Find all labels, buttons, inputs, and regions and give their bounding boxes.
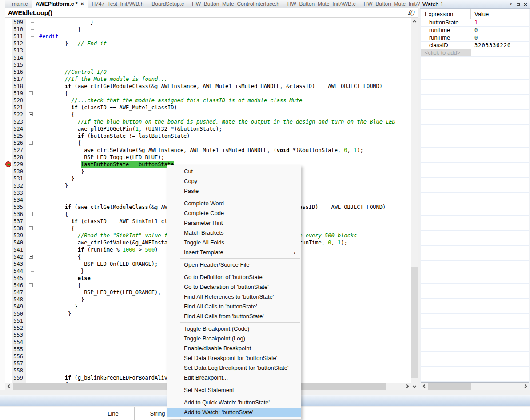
fold-margin[interactable] (26, 246, 36, 253)
breakpoint-margin[interactable] (5, 360, 12, 367)
breakpoint-margin[interactable] (5, 303, 12, 310)
menu-item-find-all-references-to-buttonstate[interactable]: Find All References to 'buttonState' (167, 292, 301, 302)
fold-margin[interactable] (26, 253, 36, 260)
breakpoint-margin[interactable] (5, 268, 12, 275)
tab-h747-test-initawb-h[interactable]: H747_Test_InitAWB.h (88, 0, 147, 8)
fold-collapse-icon[interactable] (29, 283, 33, 287)
fold-margin[interactable] (26, 353, 36, 360)
watch-value[interactable] (471, 49, 529, 56)
breakpoint-margin[interactable] (5, 118, 12, 125)
watch-value[interactable]: 0 (471, 34, 529, 41)
fold-margin[interactable] (26, 196, 36, 204)
fold-margin[interactable] (26, 111, 36, 118)
code-line[interactable]: 527 awe_ctrlSetValue(&g_AWEInstance, AWE… (5, 147, 411, 154)
watch-row[interactable]: buttonState1 (421, 19, 529, 27)
fold-margin[interactable] (26, 47, 36, 54)
breakpoint-margin[interactable] (5, 339, 12, 346)
tab-boardsetup-c[interactable]: BoardSetup.c (147, 0, 188, 8)
breakpoint-margin[interactable] (5, 189, 12, 196)
fold-margin[interactable] (26, 260, 36, 268)
breakpoint-margin[interactable] (5, 246, 12, 253)
breakpoint-margin[interactable] (5, 168, 12, 175)
fold-collapse-icon[interactable] (29, 255, 33, 259)
breakpoint-margin[interactable] (5, 317, 12, 324)
menu-item-go-to-declaration-of-buttonstate[interactable]: Go to Declaration of 'buttonState' (167, 282, 301, 292)
breakpoint-margin[interactable] (5, 104, 12, 111)
fold-margin[interactable] (26, 140, 36, 147)
fold-margin[interactable] (26, 26, 36, 33)
fold-margin[interactable] (26, 54, 36, 61)
watch-value[interactable]: 3203336220 (471, 42, 529, 49)
breakpoint-margin[interactable] (5, 147, 12, 154)
fold-margin[interactable] (26, 147, 36, 154)
menu-item-enable-disable-breakpoint[interactable]: Enable/disable Breakpoint (167, 344, 301, 353)
breakpoint-margin[interactable] (5, 54, 12, 61)
menu-item-complete-code[interactable]: Complete Code (167, 208, 301, 218)
breakpoint-margin[interactable] (5, 140, 12, 147)
watch-value[interactable]: 0 (471, 27, 529, 34)
fold-collapse-icon[interactable] (29, 91, 33, 95)
breakpoint-margin[interactable] (5, 225, 12, 232)
breakpoint-margin[interactable] (5, 289, 12, 296)
menu-item-add-to-quick-watch-buttonstate[interactable]: Add to Quick Watch: 'buttonState' (167, 398, 301, 408)
fold-margin[interactable] (26, 175, 36, 182)
fold-margin[interactable] (26, 168, 36, 175)
breakpoint-margin[interactable] (5, 83, 12, 90)
tab-aweplatform-c[interactable]: AWEPlatform.c *× (32, 0, 88, 8)
menu-item-paste[interactable]: Paste (167, 186, 301, 196)
scroll-left-button[interactable] (5, 383, 12, 390)
code-line[interactable]: 510 } (5, 26, 411, 33)
breakpoint-margin[interactable] (5, 260, 12, 268)
menu-item-insert-template[interactable]: Insert Template› (167, 248, 301, 257)
fold-margin[interactable] (26, 275, 36, 282)
menu-item-go-to-definition-of-buttonstate[interactable]: Go to Definition of 'buttonState' (167, 272, 301, 282)
breakpoint-margin[interactable] (5, 310, 12, 317)
code-line[interactable]: 514 (5, 54, 411, 61)
menu-item-find-all-calls-from-buttonstate[interactable]: Find All Calls from 'buttonState' (167, 312, 301, 321)
code-line[interactable]: 518 if (awe_ctrlGetModuleClass(&g_AWEIns… (5, 83, 411, 90)
breakpoint-margin[interactable] (5, 47, 12, 54)
menu-item-set-next-statement[interactable]: Set Next Statement (167, 385, 301, 395)
fold-margin[interactable] (26, 68, 36, 76)
breakpoint-margin[interactable] (5, 33, 12, 40)
breakpoint-margin[interactable] (5, 374, 12, 381)
watch-column-value[interactable]: Value (471, 9, 529, 19)
fold-margin[interactable] (26, 346, 36, 353)
scroll-down-button[interactable] (411, 383, 418, 390)
fold-margin[interactable] (26, 154, 36, 161)
fold-margin[interactable] (26, 239, 36, 246)
code-line[interactable]: 519 { (5, 90, 411, 97)
fold-margin[interactable] (26, 268, 36, 275)
horizontal-scroll-thumb[interactable] (428, 383, 471, 390)
fold-margin[interactable] (26, 204, 36, 211)
fold-margin[interactable] (26, 90, 36, 97)
fold-margin[interactable] (26, 310, 36, 317)
menu-item-set-data-log-breakpoint-for-buttonstate[interactable]: Set Data Log Breakpoint for 'buttonState… (167, 363, 301, 373)
scroll-right-button[interactable] (522, 383, 529, 390)
tab-hw-button-mute-controlinterface-h[interactable]: HW_Button_Mute_ControlInterface.h (188, 0, 283, 8)
menu-item-edit-breakpoint[interactable]: Edit Breakpoint... (167, 373, 301, 383)
breakpoint-margin[interactable] (5, 40, 12, 47)
breakpoint-margin[interactable] (5, 182, 12, 189)
fold-margin[interactable] (26, 317, 36, 324)
fold-collapse-icon[interactable] (29, 141, 33, 145)
code-line[interactable]: 511#endif (5, 33, 411, 40)
breakpoint-margin[interactable] (5, 253, 12, 260)
breakpoint-margin[interactable] (5, 204, 12, 211)
code-line[interactable]: 515 (5, 61, 411, 68)
menu-item-find-all-calls-to-buttonstate[interactable]: Find All Calls to 'buttonState' (167, 302, 301, 312)
editor-vertical-scrollbar[interactable] (411, 18, 418, 383)
code-line[interactable]: 524 awe_pltGPIOGetPin(1, (UINT32 *)&butt… (5, 125, 411, 132)
code-line[interactable]: 526 { (5, 140, 411, 147)
menu-item-parameter-hint[interactable]: Parameter Hint (167, 218, 301, 228)
watch-expression[interactable]: buttonState (421, 19, 471, 26)
fold-margin[interactable] (26, 104, 36, 111)
scroll-right-button[interactable] (404, 383, 411, 390)
scroll-up-button[interactable] (411, 18, 418, 25)
menu-item-cut[interactable]: Cut (167, 167, 301, 176)
breakpoint-margin[interactable] (5, 239, 12, 246)
fold-margin[interactable] (26, 289, 36, 296)
breakpoint-margin[interactable] (5, 282, 12, 289)
fold-margin[interactable] (26, 374, 36, 381)
fold-margin[interactable] (26, 232, 36, 239)
